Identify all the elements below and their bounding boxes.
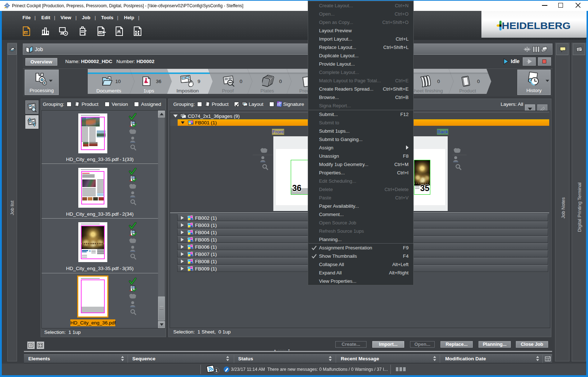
svg-text:HEIDELBERG: HEIDELBERG [502,20,571,31]
svg-text:ABC: ABC [24,32,30,34]
